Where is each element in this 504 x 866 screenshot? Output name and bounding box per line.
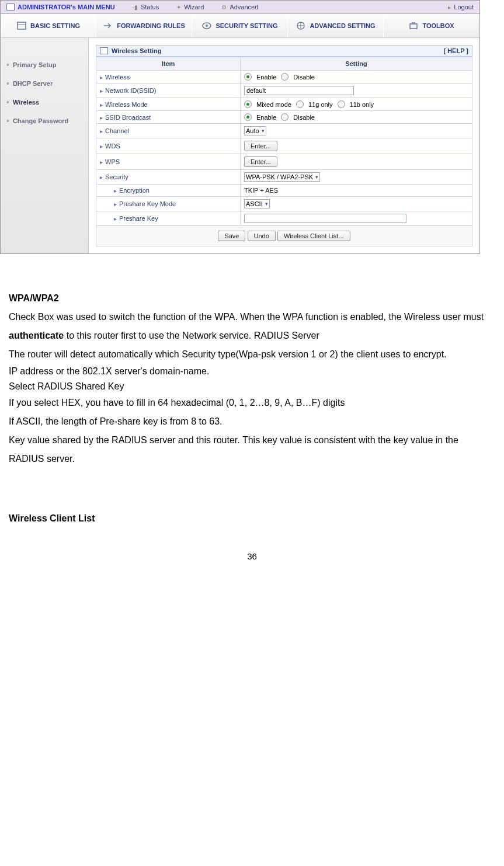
- svg-rect-0: [18, 22, 26, 29]
- tab-security-setting[interactable]: SECURITY SETTING: [192, 14, 288, 37]
- row-psk-label: ▸Preshare Key: [96, 211, 241, 226]
- toolbox-icon: [408, 20, 419, 31]
- sidebar-item-wireless[interactable]: •Wireless: [1, 93, 88, 112]
- tab-advanced-setting[interactable]: ADVANCED SETTING: [288, 14, 384, 37]
- row-broadcast-label: ▸SSID Broadcast: [96, 111, 241, 124]
- form-footer: Save Undo Wireless Client List...: [96, 226, 472, 246]
- wireless-disable-radio[interactable]: [281, 73, 289, 81]
- top-item-advanced[interactable]: ⚙ Advanced: [221, 4, 258, 11]
- panel-icon: [100, 47, 108, 54]
- wireless-enable-radio[interactable]: [244, 73, 252, 81]
- paragraph: Key value shared by the RADIUS server an…: [9, 431, 495, 468]
- svg-rect-5: [410, 24, 417, 29]
- top-menu-bar: ADMINISTRATOR's MAIN MENU -▮ Status ✦ Wi…: [1, 1, 479, 14]
- channel-select[interactable]: Auto▾: [244, 126, 266, 135]
- router-admin-screenshot: ADMINISTRATOR's MAIN MENU -▮ Status ✦ Wi…: [0, 0, 480, 254]
- paragraph: Select RADIUS Shared Key: [9, 379, 495, 394]
- row-wireless-label: ▸Wireless: [96, 71, 241, 84]
- document-body-text: WPA/WPA2 Check Box was used to switch th…: [0, 254, 504, 528]
- panel-title-text: Wireless Setting: [112, 47, 161, 54]
- sidebar: •Primary Setup •DHCP Server •Wireless •C…: [1, 38, 89, 253]
- pskmode-select[interactable]: ASCII▾: [244, 199, 270, 208]
- heading-client-list: Wireless Client List: [9, 509, 495, 528]
- wds-enter-button[interactable]: Enter...: [244, 141, 277, 151]
- row-ssid-label: ▸Network ID(SSID): [96, 84, 241, 98]
- tab-bar: BASIC SETTING FORWARDING RULES SECURITY …: [1, 14, 479, 38]
- row-mode-label: ▸Wireless Mode: [96, 98, 241, 111]
- mode-11g-radio[interactable]: [296, 100, 304, 108]
- sidebar-item-primary-setup[interactable]: •Primary Setup: [1, 55, 88, 74]
- security-icon: [201, 20, 212, 31]
- wireless-client-list-button[interactable]: Wireless Client List...: [277, 231, 350, 241]
- save-button[interactable]: Save: [218, 231, 245, 241]
- sidebar-item-change-password[interactable]: •Change Password: [1, 112, 88, 130]
- paragraph: If ASCII, the length of Pre-share key is…: [9, 412, 495, 431]
- paragraph: Check Box was used to switch the functio…: [9, 308, 495, 345]
- panel-header: Wireless Setting [ HELP ]: [96, 45, 472, 57]
- tab-basic-setting[interactable]: BASIC SETTING: [1, 14, 96, 37]
- col-setting: Setting: [241, 57, 472, 71]
- main-menu-title-text: ADMINISTRATOR's MAIN MENU: [18, 4, 115, 11]
- ssid-input[interactable]: [244, 86, 354, 95]
- row-security-label: ▸Security: [96, 170, 241, 185]
- logout-arrow-icon: ▸: [448, 4, 451, 11]
- row-encryption-label: ▸Encryption: [96, 185, 241, 197]
- row-wds-label: ▸WDS: [96, 138, 241, 154]
- mode-11b-radio[interactable]: [338, 100, 345, 108]
- row-encryption-value: TKIP + AES: [241, 185, 472, 197]
- paragraph: The router will detect automatically whi…: [9, 345, 495, 364]
- row-wps-label: ▸WPS: [96, 154, 241, 170]
- main-menu-title: ADMINISTRATOR's MAIN MENU: [6, 4, 115, 11]
- status-icon: -▮: [133, 4, 138, 11]
- security-select[interactable]: WPA-PSK / WPA2-PSK▾: [244, 172, 320, 182]
- row-wireless-value: Enable Disable: [241, 71, 472, 84]
- chevron-down-icon: ▾: [265, 201, 268, 207]
- page-number: 36: [0, 528, 504, 573]
- wizard-icon: ✦: [176, 4, 181, 11]
- sidebar-item-dhcp-server[interactable]: •DHCP Server: [1, 74, 88, 93]
- heading-wpa: WPA/WPA2: [9, 289, 495, 308]
- settings-table: Item Setting ▸Wireless Enable Disable: [96, 57, 472, 246]
- chevron-down-icon: ▾: [262, 128, 265, 134]
- tab-forwarding-rules[interactable]: FORWARDING RULES: [96, 14, 192, 37]
- svg-point-3: [206, 25, 208, 27]
- tab-toolbox[interactable]: TOOLBOX: [384, 14, 479, 37]
- top-item-status[interactable]: -▮ Status: [133, 4, 159, 11]
- basic-setting-icon: [16, 20, 27, 31]
- forwarding-icon: [103, 20, 113, 31]
- undo-button[interactable]: Undo: [248, 231, 276, 241]
- help-link[interactable]: [ HELP ]: [443, 47, 468, 54]
- paragraph: IP address or the 802.1X server's domain…: [9, 364, 495, 379]
- main-panel: Wireless Setting [ HELP ] Item Setting ▸…: [89, 38, 479, 253]
- psk-input[interactable]: [244, 214, 406, 223]
- mode-mixed-radio[interactable]: [244, 100, 252, 108]
- advanced-icon: ⚙: [221, 4, 227, 11]
- row-pskmode-label: ▸Preshare Key Mode: [96, 197, 241, 211]
- menu-icon: [6, 4, 15, 11]
- paragraph: If you select HEX, you have to fill in 6…: [9, 394, 495, 412]
- broadcast-disable-radio[interactable]: [281, 113, 289, 121]
- wps-enter-button[interactable]: Enter...: [244, 156, 277, 167]
- broadcast-enable-radio[interactable]: [244, 113, 252, 121]
- top-item-wizard[interactable]: ✦ Wizard: [176, 4, 204, 11]
- top-item-logout[interactable]: ▸ Logout: [448, 4, 474, 11]
- row-channel-label: ▸Channel: [96, 124, 241, 138]
- advanced-setting-icon: [296, 20, 306, 31]
- col-item: Item: [96, 57, 241, 71]
- chevron-down-icon: ▾: [315, 174, 318, 180]
